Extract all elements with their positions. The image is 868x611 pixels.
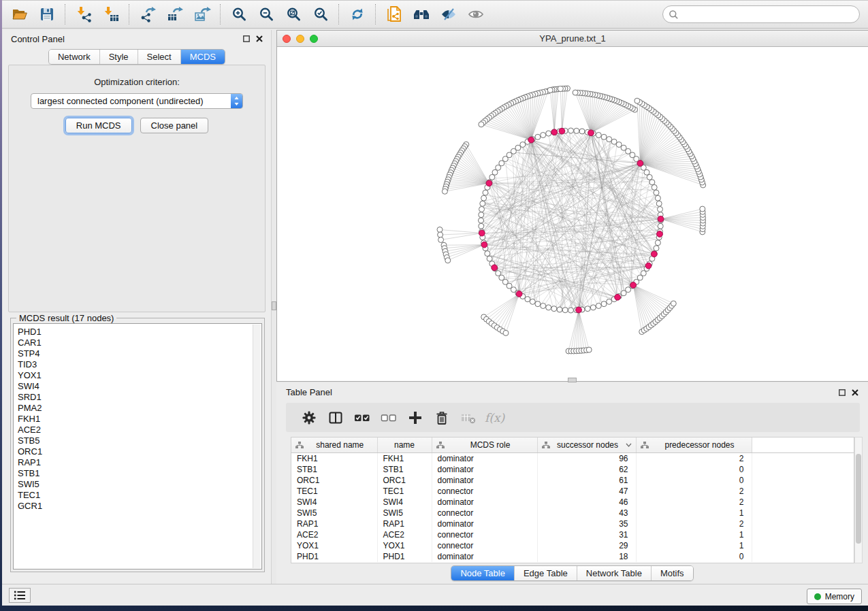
network-node[interactable] xyxy=(492,169,498,175)
table-row[interactable]: SWI4SWI4dominator462 xyxy=(291,497,854,508)
select-all-button[interactable] xyxy=(349,405,375,431)
show-details-button[interactable] xyxy=(462,2,489,27)
network-node[interactable] xyxy=(541,133,546,138)
table-scrollbar[interactable] xyxy=(854,437,863,563)
network-node[interactable] xyxy=(647,174,652,180)
open-file-button[interactable] xyxy=(6,2,33,27)
search-box[interactable] xyxy=(662,5,860,23)
network-leaf-node[interactable] xyxy=(437,227,443,233)
network-node[interactable] xyxy=(607,299,612,304)
network-node[interactable] xyxy=(535,301,541,307)
table-row[interactable]: STB1STB1dominator620 xyxy=(291,464,854,475)
mcds-result-item[interactable]: CAR1 xyxy=(18,337,261,348)
mcds-node[interactable] xyxy=(486,180,492,186)
network-node[interactable] xyxy=(585,306,590,312)
mcds-result-item[interactable]: STP4 xyxy=(18,348,261,359)
network-node[interactable] xyxy=(656,201,662,206)
mcds-node[interactable] xyxy=(615,294,621,300)
tab-style[interactable]: Style xyxy=(99,50,138,64)
mcds-node[interactable] xyxy=(645,263,652,269)
column-header-name[interactable]: name xyxy=(377,437,432,453)
zoom-fit-button[interactable] xyxy=(280,2,307,27)
network-node[interactable] xyxy=(551,306,557,312)
tab-node-table[interactable]: Node Table xyxy=(451,566,514,580)
import-network-button[interactable] xyxy=(70,2,97,27)
network-leaf-node[interactable] xyxy=(573,90,578,95)
column-header-successor-nodes[interactable]: successor nodes xyxy=(537,437,636,453)
task-history-button[interactable] xyxy=(9,588,31,603)
search-input[interactable] xyxy=(682,9,854,20)
table-row[interactable]: PHD1PHD1dominator180 xyxy=(291,551,854,562)
mcds-result-item[interactable]: STB5 xyxy=(18,435,261,446)
network-node[interactable] xyxy=(520,142,526,148)
mcds-node[interactable] xyxy=(576,307,582,313)
network-node[interactable] xyxy=(481,195,487,201)
network-leaf-node[interactable] xyxy=(671,301,676,306)
mcds-result-item[interactable]: YOX1 xyxy=(18,370,261,381)
memory-button[interactable]: Memory xyxy=(807,589,862,604)
network-leaf-node[interactable] xyxy=(586,347,592,352)
network-node[interactable] xyxy=(654,190,659,195)
mcds-node[interactable] xyxy=(630,282,637,288)
search-network-button[interactable] xyxy=(408,2,435,27)
network-leaf-node[interactable] xyxy=(438,237,444,243)
result-scrollbar[interactable] xyxy=(253,325,261,568)
table-scrollbar-thumb[interactable] xyxy=(856,454,861,544)
network-node[interactable] xyxy=(557,307,562,312)
hide-details-button[interactable] xyxy=(435,2,462,27)
save-session-button[interactable] xyxy=(33,2,61,27)
mcds-result-item[interactable]: TEC1 xyxy=(18,490,261,501)
table-row[interactable]: ACE2ACE2connector311 xyxy=(291,529,854,540)
network-node[interactable] xyxy=(607,137,612,142)
mcds-result-item[interactable]: SWI4 xyxy=(18,381,261,392)
deselect-all-button[interactable] xyxy=(375,405,402,431)
network-node[interactable] xyxy=(487,256,492,261)
network-leaf-node[interactable] xyxy=(438,232,443,237)
mcds-result-item[interactable]: STB1 xyxy=(18,468,261,479)
tab-select[interactable]: Select xyxy=(138,50,180,64)
network-node[interactable] xyxy=(568,308,574,313)
network-node[interactable] xyxy=(485,251,490,257)
mcds-node[interactable] xyxy=(588,130,594,136)
mcds-result-item[interactable]: FKH1 xyxy=(18,414,261,425)
delete-table-button[interactable] xyxy=(455,405,481,431)
mcds-result-item[interactable]: PHD1 xyxy=(18,327,261,337)
export-table-button[interactable] xyxy=(161,2,189,27)
network-node[interactable] xyxy=(649,180,655,185)
mcds-result-item[interactable]: ACE2 xyxy=(18,425,261,435)
tab-network[interactable]: Network xyxy=(49,50,99,64)
zoom-out-button[interactable] xyxy=(253,2,280,27)
network-node[interactable] xyxy=(479,223,484,229)
mcds-node[interactable] xyxy=(492,265,498,271)
network-node[interactable] xyxy=(655,240,660,246)
network-leaf-node[interactable] xyxy=(634,98,640,103)
network-node[interactable] xyxy=(616,142,622,148)
network-node[interactable] xyxy=(601,134,607,139)
network-node[interactable] xyxy=(658,223,663,229)
mcds-node[interactable] xyxy=(657,231,663,237)
delete-column-button[interactable] xyxy=(428,405,455,431)
network-node[interactable] xyxy=(568,128,574,133)
table-row[interactable]: YOX1YOX1connector291 xyxy=(291,540,854,551)
mcds-node[interactable] xyxy=(516,291,522,297)
mcds-result-item[interactable]: TID3 xyxy=(18,359,261,370)
network-node[interactable] xyxy=(496,165,501,170)
network-node[interactable] xyxy=(546,305,551,310)
float-panel-icon[interactable] xyxy=(243,35,250,42)
zoom-in-button[interactable] xyxy=(225,2,253,27)
network-node[interactable] xyxy=(652,184,657,190)
network-node[interactable] xyxy=(479,212,484,218)
run-mcds-button[interactable]: Run MCDS xyxy=(65,118,132,133)
table-row[interactable]: RAP1RAP1dominator352 xyxy=(291,518,854,529)
network-leaf-node[interactable] xyxy=(547,87,553,93)
column-header-MCDS-role[interactable]: MCDS role xyxy=(432,437,537,453)
network-node[interactable] xyxy=(480,201,485,206)
toggle-columns-button[interactable] xyxy=(322,405,349,431)
network-node[interactable] xyxy=(611,139,617,144)
criterion-select[interactable]: largest connected component (undirected) xyxy=(31,93,243,109)
network-node[interactable] xyxy=(644,169,649,175)
function-builder-button[interactable]: f(x) xyxy=(481,405,508,431)
network-node[interactable] xyxy=(621,145,626,150)
tab-edge-table[interactable]: Edge Table xyxy=(514,566,577,580)
network-node[interactable] xyxy=(535,134,541,139)
